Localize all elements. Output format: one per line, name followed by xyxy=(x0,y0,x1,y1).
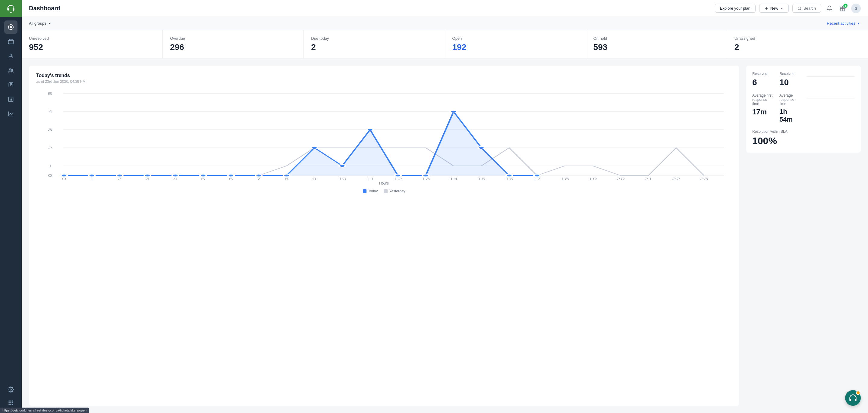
svg-text:1: 1 xyxy=(90,177,94,180)
svg-point-72 xyxy=(478,147,485,149)
search-button[interactable]: Search xyxy=(792,4,821,13)
stat-card-unresolved[interactable]: Unresolved 952 xyxy=(22,30,163,58)
explore-plan-button[interactable]: Explore your plan xyxy=(715,4,755,13)
svg-text:8: 8 xyxy=(284,177,289,180)
divider-2 xyxy=(807,98,855,118)
metrics-row-1: Resolved 6 Received 10 xyxy=(752,72,801,87)
svg-text:5: 5 xyxy=(48,92,53,96)
svg-point-4 xyxy=(9,69,11,70)
sidebar-nav xyxy=(4,17,18,379)
svg-point-62 xyxy=(200,174,207,177)
svg-text:10: 10 xyxy=(338,177,347,180)
chevron-right-icon xyxy=(857,21,861,26)
svg-text:5: 5 xyxy=(201,177,205,180)
svg-rect-16 xyxy=(12,404,13,405)
svg-text:3: 3 xyxy=(145,177,150,180)
svg-text:12: 12 xyxy=(394,177,402,180)
avatar[interactable]: S xyxy=(851,4,861,13)
svg-point-73 xyxy=(506,174,513,177)
stats-panel: Resolved 6 Received 10 Average first res… xyxy=(746,66,861,406)
chart-section: Today's trends as of 23rd Jun 2020, 04:3… xyxy=(29,66,739,406)
page-title: Dashboard xyxy=(29,5,715,12)
svg-point-64 xyxy=(255,174,262,177)
svg-rect-11 xyxy=(9,402,10,403)
svg-rect-12 xyxy=(10,402,11,403)
svg-point-61 xyxy=(172,174,179,177)
svg-point-74 xyxy=(534,174,540,177)
stats-row: Unresolved 952 Overdue 296 Due today 2 O… xyxy=(22,30,868,58)
group-filter[interactable]: All groups xyxy=(29,21,52,26)
legend-today: Today xyxy=(363,189,378,193)
sidebar-item-tickets[interactable] xyxy=(4,35,18,48)
plus-icon xyxy=(764,6,769,10)
url-bar: https://getcloudcherry.freshdesk.com/a/t… xyxy=(0,408,89,413)
svg-point-17 xyxy=(798,7,801,9)
gifts-button[interactable]: 1 xyxy=(838,4,847,13)
legend-today-dot xyxy=(363,190,367,193)
subbar: All groups Recent activities xyxy=(22,17,868,30)
sidebar-item-contacts[interactable] xyxy=(4,49,18,63)
stat-value: 952 xyxy=(29,42,155,52)
chart-container: 5 4 3 2 1 0 0 1 2 3 xyxy=(36,90,732,180)
stat-card-overdue[interactable]: Overdue 296 xyxy=(163,30,304,58)
stat-card-due-today[interactable]: Due today 2 xyxy=(304,30,445,58)
svg-rect-2 xyxy=(8,40,13,44)
sidebar-item-reports[interactable] xyxy=(4,93,18,106)
stat-card-on-hold[interactable]: On hold 593 xyxy=(586,30,727,58)
sidebar xyxy=(0,0,22,413)
stat-value: 2 xyxy=(735,42,861,52)
notification-badge: 1 xyxy=(843,4,847,8)
svg-point-7 xyxy=(10,389,12,390)
svg-text:9: 9 xyxy=(312,177,316,180)
recent-activities-link[interactable]: Recent activities xyxy=(827,21,861,26)
sidebar-item-groups[interactable] xyxy=(4,64,18,77)
svg-point-65 xyxy=(284,174,290,177)
bot-dot xyxy=(856,391,860,395)
metric-1: Received 10 xyxy=(779,72,801,87)
svg-rect-10 xyxy=(12,401,13,402)
chevron-down-icon xyxy=(780,7,784,10)
logo-icon xyxy=(7,4,15,13)
svg-text:21: 21 xyxy=(644,177,653,180)
svg-text:2: 2 xyxy=(118,177,122,180)
stat-card-open[interactable]: Open 192 xyxy=(445,30,586,58)
chart-legend: Today Yesterday xyxy=(36,189,732,193)
stat-value: 593 xyxy=(593,42,720,52)
new-button[interactable]: New xyxy=(759,4,789,13)
svg-text:20: 20 xyxy=(616,177,625,180)
bot-widget[interactable] xyxy=(845,390,861,406)
notifications-button[interactable] xyxy=(825,4,834,13)
legend-yesterday-dot xyxy=(384,190,388,193)
sidebar-item-settings[interactable] xyxy=(4,383,18,396)
svg-text:0: 0 xyxy=(48,173,53,178)
trend-chart: 5 4 3 2 1 0 0 1 2 3 xyxy=(36,90,732,180)
svg-point-58 xyxy=(89,174,95,177)
svg-point-67 xyxy=(339,165,345,167)
svg-text:16: 16 xyxy=(505,177,514,180)
svg-text:15: 15 xyxy=(477,177,486,180)
svg-point-69 xyxy=(395,174,401,177)
svg-text:4: 4 xyxy=(48,110,53,114)
svg-rect-8 xyxy=(9,401,10,402)
svg-text:17: 17 xyxy=(532,177,541,180)
svg-rect-13 xyxy=(12,402,13,403)
bell-icon xyxy=(827,5,832,11)
svg-rect-9 xyxy=(10,401,11,402)
metric-3: Average response time 1h 54m xyxy=(779,93,801,124)
stat-label: Unassigned xyxy=(735,36,861,41)
svg-text:4: 4 xyxy=(173,177,177,180)
sidebar-item-knowledge[interactable] xyxy=(4,78,18,92)
stat-card-unassigned[interactable]: Unassigned 2 xyxy=(727,30,868,58)
stat-value: 2 xyxy=(311,42,437,52)
svg-point-68 xyxy=(367,129,373,131)
sidebar-item-dashboard[interactable] xyxy=(4,21,18,34)
sidebar-logo[interactable] xyxy=(0,0,22,17)
stat-value: 192 xyxy=(453,42,579,52)
svg-text:0: 0 xyxy=(62,177,66,180)
sidebar-item-analytics[interactable] xyxy=(4,107,18,121)
svg-text:13: 13 xyxy=(421,177,430,180)
search-icon xyxy=(798,6,802,10)
chart-x-label: Hours xyxy=(36,181,732,185)
svg-point-70 xyxy=(423,174,429,177)
summary-metrics-grid: Resolved 6 Received 10 Average first res… xyxy=(746,66,861,152)
